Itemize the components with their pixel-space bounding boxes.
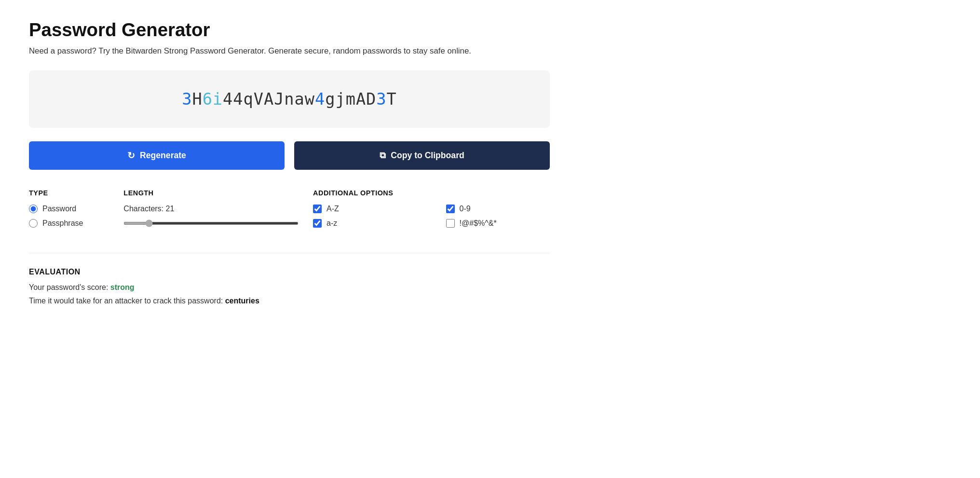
pw-char-6: 4 xyxy=(315,90,325,109)
pw-char-7: gjmAD xyxy=(325,90,376,109)
score-prefix: Your password's score: xyxy=(29,283,110,291)
additional-options-grid: A-Z 0-9 a-z !@#$%^&* xyxy=(313,205,550,228)
checkbox-09-input[interactable] xyxy=(446,205,455,213)
checkbox-az: A-Z xyxy=(313,205,417,213)
score-text: Your password's score: strong xyxy=(29,283,550,292)
page-title: Password Generator xyxy=(29,19,550,41)
copy-button[interactable]: ⧉ Copy to Clipboard xyxy=(294,141,550,170)
crack-time-text: Time it would take for an attacker to cr… xyxy=(29,297,550,305)
length-slider[interactable] xyxy=(123,222,299,225)
checkbox-az-label: A-Z xyxy=(327,205,339,213)
length-section-label: LENGTH xyxy=(123,189,313,197)
checkbox-az-input[interactable] xyxy=(313,205,322,213)
additional-section-label: ADDITIONAL OPTIONS xyxy=(313,189,550,197)
password-text: 3H6i44qVAJnaw4gjmAD3T xyxy=(182,90,397,109)
password-display-box: 3H6i44qVAJnaw4gjmAD3T xyxy=(29,70,550,128)
checkbox-az-lower: a-z xyxy=(313,219,417,228)
radio-passphrase-label: Passphrase xyxy=(42,219,83,228)
characters-label: Characters: 21 xyxy=(123,205,313,213)
regenerate-button[interactable]: ↻ Regenerate xyxy=(29,141,285,170)
checkbox-special: !@#$%^&* xyxy=(446,219,550,228)
pw-char-9: T xyxy=(387,90,397,109)
pw-char-4: i xyxy=(213,90,223,109)
checkbox-az-lower-input[interactable] xyxy=(313,219,322,228)
copy-icon: ⧉ xyxy=(380,150,386,161)
pw-char-3: 6 xyxy=(203,90,213,109)
checkbox-09: 0-9 xyxy=(446,205,550,213)
page-subtitle: Need a password? Try the Bitwarden Stron… xyxy=(29,46,550,56)
buttons-row: ↻ Regenerate ⧉ Copy to Clipboard xyxy=(29,141,550,170)
copy-label: Copy to Clipboard xyxy=(391,150,464,161)
pw-char-8: 3 xyxy=(376,90,386,109)
options-row: TYPE Password Passphrase LENGTH Characte… xyxy=(29,189,550,233)
checkbox-special-input[interactable] xyxy=(446,219,455,228)
type-section-label: TYPE xyxy=(29,189,123,197)
radio-passphrase-input[interactable] xyxy=(29,219,38,228)
radio-password-label: Password xyxy=(42,205,76,213)
regenerate-label: Regenerate xyxy=(140,150,186,161)
regenerate-icon: ↻ xyxy=(127,150,135,161)
type-section: TYPE Password Passphrase xyxy=(29,189,123,233)
evaluation-title: EVALUATION xyxy=(29,268,550,276)
pw-char-5: 44qVAJnaw xyxy=(223,90,315,109)
checkbox-special-label: !@#$%^&* xyxy=(460,219,497,228)
pw-char-1: 3 xyxy=(182,90,192,109)
radio-passphrase: Passphrase xyxy=(29,219,123,228)
evaluation-section: EVALUATION Your password's score: strong… xyxy=(29,253,550,305)
additional-section: ADDITIONAL OPTIONS A-Z 0-9 a-z !@#$%^&* xyxy=(313,189,550,228)
checkbox-az-lower-label: a-z xyxy=(327,219,337,228)
crack-time-prefix: Time it would take for an attacker to cr… xyxy=(29,297,225,305)
checkbox-09-label: 0-9 xyxy=(460,205,471,213)
radio-password: Password xyxy=(29,205,123,213)
pw-char-2: H xyxy=(192,90,202,109)
slider-container xyxy=(123,218,313,227)
score-value: strong xyxy=(110,283,135,291)
crack-time-value: centuries xyxy=(225,297,259,305)
radio-password-input[interactable] xyxy=(29,205,38,213)
length-section: LENGTH Characters: 21 xyxy=(123,189,313,227)
